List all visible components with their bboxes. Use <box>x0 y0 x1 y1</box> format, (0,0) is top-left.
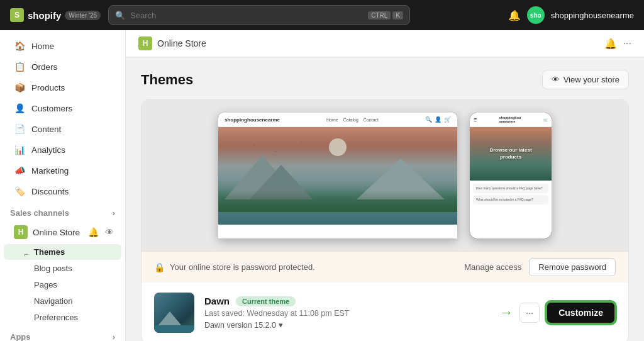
subitem-dot <box>24 299 29 304</box>
theme-version[interactable]: Dawn version 15.2.0 ▾ <box>204 320 489 330</box>
mobile-card-1: How many questions should a FAQ page hav… <box>473 184 548 193</box>
header-bell-icon[interactable]: 🔔 <box>604 38 617 50</box>
shopify-logo[interactable]: S shopify Winter '25 <box>10 8 101 22</box>
marketing-icon: 📣 <box>14 165 25 176</box>
theme-preview: shoppinghousenearme HomeCatalogContact 🔍… <box>142 100 628 251</box>
main-layout: 🏠 Home 📋 Orders 📦 Products 👤 Customers 📄… <box>0 30 644 341</box>
more-options-button[interactable]: ··· <box>519 303 540 323</box>
hero-water <box>218 212 457 225</box>
subitem-dot <box>24 282 29 288</box>
manage-access-label: Manage access <box>464 262 521 272</box>
sidebar-item-content[interactable]: 📄 Content <box>4 119 121 139</box>
store-action-icons: 🔔 👁 <box>87 226 115 238</box>
sidebar-item-home[interactable]: 🏠 Home <box>4 36 121 56</box>
sidebar-subitem-preferences[interactable]: Preferences <box>4 310 121 325</box>
sidebar-subitem-navigation[interactable]: Navigation <box>4 293 121 309</box>
theme-actions: → ··· Customize <box>499 301 616 324</box>
mobile-content: How many questions should a FAQ page hav… <box>470 181 552 210</box>
desktop-nav-icons: 🔍👤🛒 <box>425 116 451 123</box>
sidebar-subitem-pages[interactable]: Pages <box>4 277 121 293</box>
remove-password-button[interactable]: Remove password <box>529 258 616 276</box>
theme-saved: Last saved: Wednesday at 11:08 pm EST <box>204 309 489 318</box>
store-name: shoppinghousenearme <box>551 11 634 20</box>
sidebar-label-marketing: Marketing <box>31 166 69 176</box>
eye-icon: 👁 <box>552 75 560 84</box>
mobile-nav-brand: shoppinghousenearme <box>499 116 521 123</box>
desktop-hero: ~ ~ ~ <box>218 127 457 225</box>
sidebar-subitem-blog-posts[interactable]: Blog posts <box>4 260 121 276</box>
arrow-icon: → <box>499 305 513 320</box>
header-title: Online Store <box>157 38 206 48</box>
subitem-label-navigation: Navigation <box>34 296 72 306</box>
header-more-icon[interactable]: ··· <box>623 38 631 49</box>
thumb-water <box>154 325 194 333</box>
mobile-card-2: What should be included in a FAQ page? <box>473 195 548 204</box>
subitem-dot <box>24 315 29 320</box>
desktop-nav: shoppinghousenearme HomeCatalogContact 🔍… <box>218 113 457 127</box>
products-icon: 📦 <box>14 82 25 93</box>
sidebar-item-analytics[interactable]: 📊 Analytics <box>4 140 121 160</box>
customers-icon: 👤 <box>14 103 25 114</box>
theme-thumbnail <box>154 293 194 333</box>
expand-icon[interactable]: › <box>113 208 115 218</box>
online-store-label: Online Store <box>33 228 80 237</box>
desktop-screen: shoppinghousenearme HomeCatalogContact 🔍… <box>218 113 457 238</box>
password-warning: 🔒 Your online store is password protecte… <box>142 251 628 282</box>
online-store-icon: H <box>14 225 28 239</box>
customize-button[interactable]: Customize <box>546 301 616 324</box>
hero-bird3: ~ <box>300 140 303 143</box>
mobile-nav-icon: 🛒 <box>543 118 548 122</box>
sidebar-label-analytics: Analytics <box>31 145 65 155</box>
topbar-right: 🔔 sho shoppinghousenearme <box>508 6 634 24</box>
desktop-nav-links: HomeCatalogContact <box>326 118 379 122</box>
mobile-hero-text: Browse our latest products <box>489 147 531 160</box>
sidebar-label-discounts: Discounts <box>31 187 69 196</box>
sidebar-item-online-store[interactable]: H Online Store 🔔 👁 <box>4 221 121 243</box>
subitem-indicator: ⌐ <box>24 250 29 255</box>
search-shortcut: CTRL K <box>368 11 403 20</box>
analytics-icon: 📊 <box>14 144 25 155</box>
subitem-label-preferences: Preferences <box>34 313 78 322</box>
avatar[interactable]: sho <box>527 6 545 24</box>
notification-icon[interactable]: 🔔 <box>87 226 100 238</box>
hero-trees <box>218 190 457 215</box>
content-area: H Online Store 🔔 ··· Themes 👁 View your … <box>126 30 644 341</box>
winter-badge: Winter '25 <box>65 11 101 20</box>
sidebar-item-customers[interactable]: 👤 Customers <box>4 98 121 118</box>
sidebar-label-content: Content <box>31 125 61 134</box>
sidebar-label-products: Products <box>31 83 65 92</box>
view-store-button[interactable]: 👁 View your store <box>542 70 629 89</box>
subitem-label-blog-posts: Blog posts <box>34 264 72 273</box>
search-icon: 🔍 <box>115 11 125 20</box>
sidebar-subitem-themes[interactable]: ⌐ Themes <box>4 244 121 260</box>
shopify-wordmark: shopify <box>28 10 61 21</box>
current-theme-badge: Current theme <box>236 296 296 306</box>
sidebar-item-products[interactable]: 📦 Products <box>4 77 121 98</box>
apps-section: Apps › <box>0 326 125 341</box>
mobile-screen: ☰ shoppinghousenearme 🛒 Browse our lates… <box>470 113 552 238</box>
mobile-nav-menu: ☰ <box>474 118 477 122</box>
discounts-icon: 🏷️ <box>14 186 25 197</box>
search-bar[interactable]: 🔍 CTRL K <box>108 5 410 25</box>
theme-info-row: Dawn Current theme Last saved: Wednesday… <box>142 282 628 341</box>
preview-icon[interactable]: 👁 <box>104 226 115 238</box>
sidebar-label-home: Home <box>31 42 54 51</box>
topbar: S shopify Winter '25 🔍 CTRL K 🔔 sho shop… <box>0 0 644 30</box>
apps-expand-icon[interactable]: › <box>113 332 115 341</box>
theme-name-row: Dawn Current theme <box>204 296 489 306</box>
mobile-hero: Browse our latest products <box>470 127 552 181</box>
thumb-mountain <box>157 311 182 327</box>
hero-bird: ~ <box>253 143 255 147</box>
theme-details: Dawn Current theme Last saved: Wednesday… <box>204 296 489 330</box>
online-store-label-row: H Online Store <box>14 225 80 239</box>
sidebar-label-orders: Orders <box>31 62 57 72</box>
password-warning-text: 🔒 Your online store is password protecte… <box>154 262 315 272</box>
notification-bell-icon[interactable]: 🔔 <box>508 9 521 21</box>
sidebar-item-marketing[interactable]: 📣 Marketing <box>4 160 121 181</box>
arrow-indicator: → <box>499 305 513 321</box>
subitem-dot <box>24 266 29 271</box>
search-input[interactable] <box>130 11 363 20</box>
sidebar-item-orders[interactable]: 📋 Orders <box>4 57 121 77</box>
sidebar-item-discounts[interactable]: 🏷️ Discounts <box>4 181 121 201</box>
sidebar-label-customers: Customers <box>31 104 72 113</box>
